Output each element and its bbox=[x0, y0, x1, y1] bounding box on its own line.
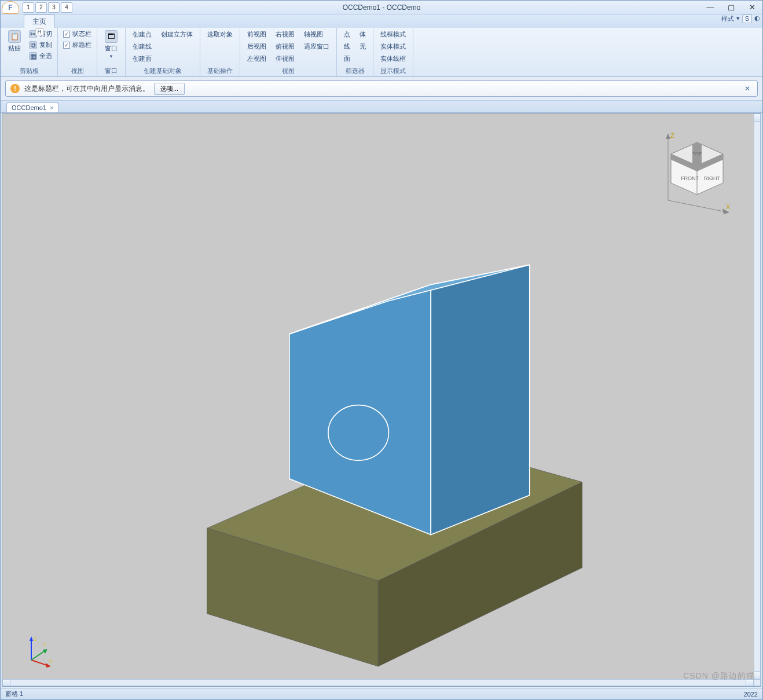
view-cube[interactable]: Z X FRONT RIGHT TOP bbox=[651, 125, 743, 218]
svg-marker-18 bbox=[666, 133, 670, 139]
app-menu-letter: F bbox=[8, 3, 12, 12]
group-filter: 点 线 面 体 无 筛选器 bbox=[337, 28, 373, 76]
quick-access-toolbar: 1 2 3 4 bbox=[23, 2, 72, 13]
app-menu-button[interactable]: F bbox=[2, 1, 19, 14]
svg-text:TOP: TOP bbox=[692, 151, 702, 156]
qat-item-3[interactable]: 3 bbox=[48, 2, 60, 13]
maximize-button[interactable]: ▢ bbox=[721, 2, 742, 13]
chevron-down-icon: ▼ bbox=[109, 54, 113, 59]
caption-bar: ! 这是标题栏，可在其中向用户显示消息。 选项... ✕ bbox=[5, 80, 758, 97]
filter-edge-button[interactable]: 线 bbox=[340, 41, 354, 52]
svg-text:FRONT: FRONT bbox=[681, 175, 699, 181]
tab-home-keytip: H bbox=[35, 28, 44, 35]
svg-text:X: X bbox=[49, 658, 52, 664]
statusbar-toggle[interactable]: ✓状态栏 bbox=[61, 29, 93, 39]
filter-face-button[interactable]: 面 bbox=[340, 53, 354, 64]
ribbon: 📋 粘贴 ✂剪切 ⧉复制 ▦全选 剪贴板 ✓状态栏 ✓标题栏 视图 🗔 窗口 bbox=[1, 28, 762, 77]
status-pane: 窗格 1 bbox=[5, 690, 23, 698]
wireframe-button[interactable]: 线框模式 bbox=[377, 29, 409, 40]
group-view-toggles-label: 视图 bbox=[61, 66, 93, 76]
caption-close-button[interactable]: ✕ bbox=[742, 85, 753, 93]
filter-none-button[interactable]: 无 bbox=[356, 41, 369, 52]
qat-item-2[interactable]: 2 bbox=[35, 2, 47, 13]
qat-item-1[interactable]: 1 bbox=[23, 2, 34, 13]
fit-window-button[interactable]: 适应窗口 bbox=[300, 41, 333, 52]
svg-line-14 bbox=[31, 650, 46, 660]
paste-button[interactable]: 📋 粘贴 bbox=[4, 29, 25, 54]
axon-view-button[interactable]: 轴视图 bbox=[300, 29, 333, 40]
group-clipboard-label: 剪贴板 bbox=[4, 66, 54, 76]
filter-vertex-button[interactable]: 点 bbox=[340, 29, 354, 40]
status-right: 2022 bbox=[744, 691, 758, 698]
scrollbar-vertical[interactable] bbox=[754, 113, 761, 679]
front-view-button[interactable]: 前视图 bbox=[244, 29, 270, 40]
group-basic-ops: 选取对象 基础操作 bbox=[200, 28, 240, 76]
select-all-button[interactable]: ▦全选 bbox=[27, 51, 54, 61]
document-tab-label: OCCDemo1 bbox=[12, 104, 46, 111]
create-point-button[interactable]: 创建点 bbox=[129, 29, 155, 40]
window-label: 窗口 bbox=[105, 44, 118, 53]
top-view-button[interactable]: 俯视图 bbox=[272, 41, 298, 52]
info-icon: ! bbox=[10, 84, 20, 93]
captionbar-toggle[interactable]: ✓标题栏 bbox=[61, 40, 93, 50]
caption-text: 这是标题栏，可在其中向用户显示消息。 bbox=[24, 84, 149, 94]
close-button[interactable]: ✕ bbox=[742, 2, 762, 13]
style-menu[interactable]: 样式▾ S ◐ bbox=[721, 14, 760, 23]
viewport-3d[interactable]: Z X Y Z X FRONT RIGHT TOP CSDN @路边的猫 bbox=[2, 113, 761, 687]
style-key-tip: S bbox=[742, 14, 752, 23]
group-display-mode: 线框模式 实体模式 实体线框 显示模式 bbox=[373, 28, 413, 76]
group-window: 🗔 窗口 ▼ 窗口 bbox=[97, 28, 126, 76]
group-view-toggles: ✓状态栏 ✓标题栏 视图 bbox=[58, 28, 97, 76]
svg-text:Z: Z bbox=[670, 132, 674, 139]
create-line-button[interactable]: 创建线 bbox=[129, 41, 155, 52]
svg-line-20 bbox=[668, 200, 726, 212]
window-icon: 🗔 bbox=[105, 30, 118, 43]
group-clipboard: 📋 粘贴 ✂剪切 ⧉复制 ▦全选 剪贴板 bbox=[1, 28, 58, 76]
group-display-mode-label: 显示模式 bbox=[377, 66, 409, 76]
svg-text:Y: Y bbox=[43, 642, 46, 648]
document-tab[interactable]: OCCDemo1 × bbox=[6, 102, 58, 112]
filter-body-button[interactable]: 体 bbox=[356, 29, 369, 40]
right-view-button[interactable]: 右视图 bbox=[272, 29, 298, 40]
paste-icon: 📋 bbox=[8, 30, 21, 43]
help-icon[interactable]: ◐ bbox=[754, 14, 760, 23]
ribbon-tab-row: 主页 H bbox=[1, 14, 762, 28]
watermark: CSDN @路边的猫 bbox=[683, 671, 755, 681]
group-views: 前视图 后视图 左视图 右视图 俯视图 仰视图 轴视图 适应窗口 视图 bbox=[240, 28, 337, 76]
group-filter-label: 筛选器 bbox=[340, 66, 369, 76]
group-create-label: 创建基础对象 bbox=[129, 66, 196, 76]
scene-canvas bbox=[2, 113, 761, 686]
scrollbar-horizontal[interactable] bbox=[2, 679, 754, 686]
checkbox-checked-icon: ✓ bbox=[63, 31, 70, 38]
window-title: OCCDemo1 - OCCDemo bbox=[1, 3, 762, 12]
copy-button[interactable]: ⧉复制 bbox=[27, 40, 54, 50]
copy-icon: ⧉ bbox=[29, 41, 37, 49]
bottom-view-button[interactable]: 仰视图 bbox=[272, 53, 298, 64]
select-all-icon: ▦ bbox=[29, 52, 37, 60]
paste-label: 粘贴 bbox=[8, 44, 21, 53]
group-create: 创建点 创建线 创建面 创建立方体 创建基础对象 bbox=[126, 28, 200, 76]
svg-marker-4 bbox=[431, 265, 530, 534]
solid-wire-button[interactable]: 实体线框 bbox=[377, 53, 409, 64]
minimize-button[interactable]: — bbox=[700, 2, 721, 13]
group-basic-ops-label: 基础操作 bbox=[204, 66, 236, 76]
tab-home[interactable]: 主页 H bbox=[24, 14, 55, 28]
style-label: 样式 bbox=[721, 14, 734, 23]
select-object-button[interactable]: 选取对象 bbox=[204, 29, 236, 40]
document-tab-close[interactable]: × bbox=[50, 104, 53, 111]
back-view-button[interactable]: 后视图 bbox=[244, 41, 270, 52]
qat-item-4[interactable]: 4 bbox=[61, 2, 72, 13]
tab-home-label: 主页 bbox=[32, 17, 46, 25]
create-cube-button[interactable]: 创建立方体 bbox=[157, 29, 196, 40]
left-view-button[interactable]: 左视图 bbox=[244, 53, 270, 64]
create-face-button[interactable]: 创建面 bbox=[129, 53, 155, 64]
svg-text:RIGHT: RIGHT bbox=[704, 175, 721, 181]
svg-text:Z: Z bbox=[34, 636, 37, 642]
caption-options-button[interactable]: 选项... bbox=[154, 83, 185, 95]
checkbox-checked-icon: ✓ bbox=[63, 42, 70, 49]
svg-marker-9 bbox=[30, 636, 33, 641]
window-button[interactable]: 🗔 窗口 ▼ bbox=[101, 29, 122, 60]
group-window-label: 窗口 bbox=[101, 66, 122, 76]
title-bar: F 1 2 3 4 OCCDemo1 - OCCDemo — ▢ ✕ bbox=[1, 1, 762, 14]
solid-button[interactable]: 实体模式 bbox=[377, 41, 409, 52]
